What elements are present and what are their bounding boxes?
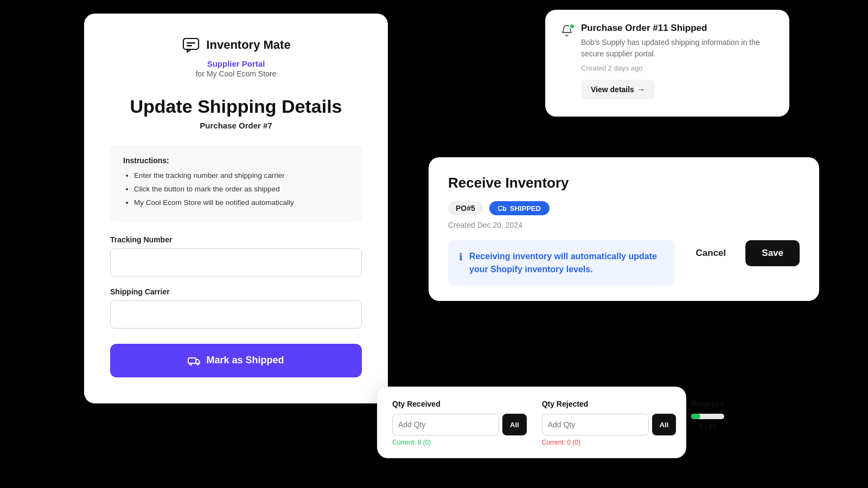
qty-received-col: Qty Received All Current: 8 (0) [392, 400, 527, 446]
view-details-button[interactable]: View details → [581, 80, 655, 99]
svg-point-8 [504, 210, 505, 211]
instructions-box: Instructions: Enter the tracking number … [110, 145, 362, 222]
qty-rejected-title: Qty Rejected [542, 400, 676, 408]
qty-rejected-input[interactable] [542, 414, 649, 435]
shipped-badge: SHIPPED [489, 201, 550, 215]
store-label: for My Cool Ecom Store [196, 69, 277, 78]
logo-row: Inventory Mate [181, 35, 290, 55]
progress-bar-background [691, 414, 724, 419]
tracking-number-input[interactable] [110, 248, 362, 277]
qty-received-input-row: All [392, 414, 527, 435]
po-badge: PO#5 [448, 201, 483, 215]
view-details-label: View details [591, 85, 634, 94]
notification-dot [569, 23, 575, 29]
instructions-title: Instructions: [123, 156, 349, 165]
receive-actions: Cancel Save [685, 240, 800, 266]
receive-date: Created Dec 20, 2024 [448, 221, 800, 229]
qty-row: Qty Received All Current: 8 (0) Qty Reje… [392, 400, 671, 446]
info-banner: ℹ Receiving inventory will automatically… [448, 240, 674, 286]
qty-received-input[interactable] [392, 414, 499, 435]
receive-middle: ℹ Receiving inventory will automatically… [448, 240, 800, 286]
notification-time: Created 2 days ago [581, 64, 774, 72]
svg-rect-3 [188, 358, 196, 363]
qty-rejected-input-row: All [542, 414, 676, 435]
logo-area: Inventory Mate Supplier Portal for My Co… [110, 35, 362, 78]
info-text: Receiving inventory will automatically u… [469, 250, 663, 276]
tracking-label: Tracking Number [110, 235, 362, 244]
progress-text: 8 / 29 [691, 422, 724, 431]
mark-shipped-label: Mark as Shipped [206, 355, 284, 366]
qty-received-all-button[interactable]: All [502, 414, 527, 435]
portal-label: Supplier Portal [207, 59, 265, 68]
qty-rejected-col: Qty Rejected All Current: 0 (0) [542, 400, 676, 446]
po-label: Purchase Order #7 [110, 121, 362, 130]
bell-wrapper [560, 24, 573, 40]
progress-col: Progress 8 / 29 [691, 400, 724, 431]
app-logo-icon [181, 35, 201, 55]
instruction-2: Click the button to mark the order as sh… [134, 184, 349, 195]
instruction-3: My Cool Ecom Store will be notified auto… [134, 197, 349, 208]
notification-card: Purchase Order #11 Shipped Bob's Supply … [545, 10, 789, 117]
progress-bar-fill [691, 414, 700, 419]
svg-rect-6 [498, 207, 503, 210]
svg-rect-2 [187, 45, 192, 47]
carrier-label: Shipping Carrier [110, 287, 362, 296]
shipped-badge-label: SHIPPED [510, 204, 541, 213]
qty-rejected-current: Current: 0 (0) [542, 439, 676, 446]
svg-point-7 [499, 210, 500, 211]
cancel-button[interactable]: Cancel [685, 241, 737, 265]
save-button[interactable]: Save [745, 240, 800, 266]
instructions-list: Enter the tracking number and shipping c… [123, 170, 349, 209]
receive-inventory-card: Receive Inventory PO#5 SHIPPED Created D… [429, 157, 819, 301]
qty-received-current: Current: 8 (0) [392, 439, 527, 446]
arrow-icon: → [637, 85, 645, 94]
qty-card: Qty Received All Current: 8 (0) Qty Reje… [377, 387, 686, 458]
svg-point-4 [190, 363, 192, 365]
notification-header: Purchase Order #11 Shipped Bob's Supply … [560, 23, 774, 99]
svg-point-5 [197, 363, 199, 365]
receive-info-section: ℹ Receiving inventory will automatically… [448, 240, 674, 286]
svg-rect-1 [187, 42, 195, 44]
progress-title: Progress [691, 400, 724, 408]
notification-body: Bob's Supply has updated shipping inform… [581, 37, 774, 60]
truck-icon [188, 354, 201, 367]
supplier-portal-card: Inventory Mate Supplier Portal for My Co… [84, 14, 388, 403]
instruction-1: Enter the tracking number and shipping c… [134, 170, 349, 181]
notification-title: Purchase Order #11 Shipped [581, 23, 774, 34]
app-name: Inventory Mate [206, 38, 290, 52]
shipped-truck-icon [498, 204, 507, 213]
info-icon: ℹ [459, 251, 463, 263]
qty-rejected-all-button[interactable]: All [652, 414, 676, 435]
shipping-carrier-input[interactable] [110, 300, 362, 329]
notification-content: Purchase Order #11 Shipped Bob's Supply … [581, 23, 774, 99]
svg-rect-0 [183, 38, 199, 49]
receive-heading: Receive Inventory [448, 175, 800, 191]
page-title: Update Shipping Details [110, 95, 362, 118]
qty-received-title: Qty Received [392, 400, 527, 408]
mark-as-shipped-button[interactable]: Mark as Shipped [110, 344, 362, 377]
receive-badges: PO#5 SHIPPED [448, 201, 800, 215]
